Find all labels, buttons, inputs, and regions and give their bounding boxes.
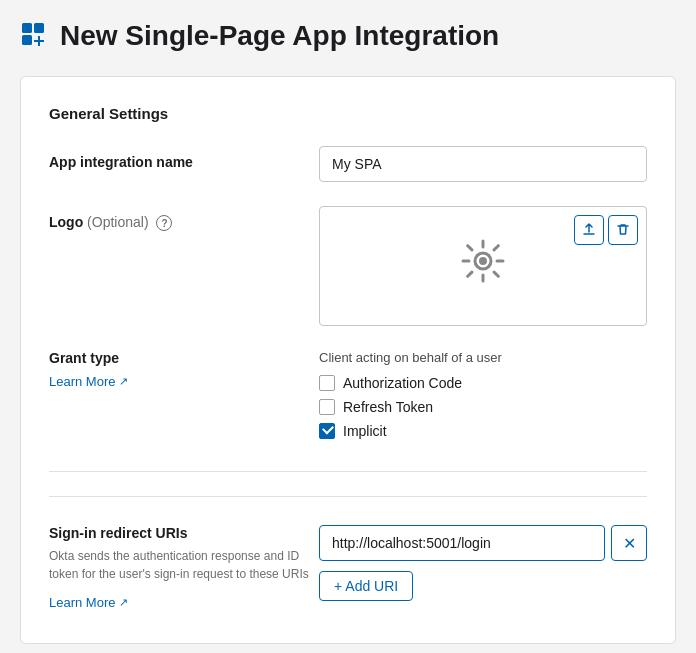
- page-header: New Single-Page App Integration: [20, 20, 499, 52]
- sign-in-uri-input[interactable]: [319, 525, 605, 561]
- logo-placeholder-gear-icon: [459, 237, 507, 295]
- refresh-token-label[interactable]: Refresh Token: [343, 399, 433, 415]
- page-title: New Single-Page App Integration: [60, 20, 499, 52]
- svg-rect-2: [22, 35, 32, 45]
- refresh-token-checkbox[interactable]: [319, 399, 335, 415]
- section-divider: [49, 471, 647, 472]
- add-uri-label: + Add URI: [334, 578, 398, 594]
- logo-field-row: Logo (Optional) ?: [49, 206, 647, 326]
- grant-type-label-col: Grant type Learn More ↗: [49, 350, 319, 390]
- sign-in-section: Sign-in redirect URIs Okta sends the aut…: [49, 496, 647, 611]
- logo-action-buttons: [574, 215, 638, 245]
- logo-input-area: [319, 206, 647, 326]
- svg-rect-4: [38, 36, 40, 46]
- logo-delete-button[interactable]: [608, 215, 638, 245]
- app-name-input[interactable]: [319, 146, 647, 182]
- app-name-field-row: App integration name: [49, 146, 647, 182]
- app-name-input-area: [319, 146, 647, 182]
- grant-type-row: Grant type Learn More ↗ Client acting on…: [49, 350, 647, 447]
- uri-row: ✕: [319, 525, 647, 561]
- logo-help-icon[interactable]: ?: [156, 215, 172, 231]
- sign-in-description: Okta sends the authentication response a…: [49, 547, 319, 583]
- logo-optional-label: (Optional): [87, 214, 148, 230]
- grant-type-learn-more-link[interactable]: Learn More ↗: [49, 374, 128, 389]
- app-name-label: App integration name: [49, 146, 319, 170]
- section-title: General Settings: [49, 105, 647, 122]
- logo-upload-area: [319, 206, 647, 326]
- grant-type-label: Grant type: [49, 350, 319, 366]
- sign-in-learn-more-link[interactable]: Learn More ↗: [49, 595, 128, 610]
- add-uri-button[interactable]: + Add URI: [319, 571, 413, 601]
- grant-options-col: Client acting on behalf of a user Author…: [319, 350, 647, 447]
- auth-code-checkbox[interactable]: [319, 375, 335, 391]
- svg-point-6: [479, 257, 487, 265]
- grant-subtitle: Client acting on behalf of a user: [319, 350, 647, 365]
- implicit-checkbox[interactable]: [319, 423, 335, 439]
- add-uri-button-wrapper: + Add URI: [319, 571, 647, 601]
- grid-plus-icon: [20, 21, 50, 51]
- settings-card: General Settings App integration name Lo…: [20, 76, 676, 644]
- implicit-checkbox-row: Implicit: [319, 423, 647, 439]
- sign-in-row: Sign-in redirect URIs Okta sends the aut…: [49, 525, 647, 611]
- auth-code-checkbox-row: Authorization Code: [319, 375, 647, 391]
- sign-in-label-col: Sign-in redirect URIs Okta sends the aut…: [49, 525, 319, 611]
- external-link-icon: ↗: [119, 375, 128, 388]
- implicit-label[interactable]: Implicit: [343, 423, 387, 439]
- logo-label: Logo (Optional) ?: [49, 206, 319, 231]
- logo-upload-button[interactable]: [574, 215, 604, 245]
- remove-uri-button[interactable]: ✕: [611, 525, 647, 561]
- auth-code-label[interactable]: Authorization Code: [343, 375, 462, 391]
- svg-rect-0: [22, 23, 32, 33]
- sign-in-redirect-label: Sign-in redirect URIs: [49, 525, 319, 541]
- svg-rect-1: [34, 23, 44, 33]
- sign-in-external-link-icon: ↗: [119, 596, 128, 609]
- refresh-token-checkbox-row: Refresh Token: [319, 399, 647, 415]
- sign-in-input-col: ✕ + Add URI: [319, 525, 647, 601]
